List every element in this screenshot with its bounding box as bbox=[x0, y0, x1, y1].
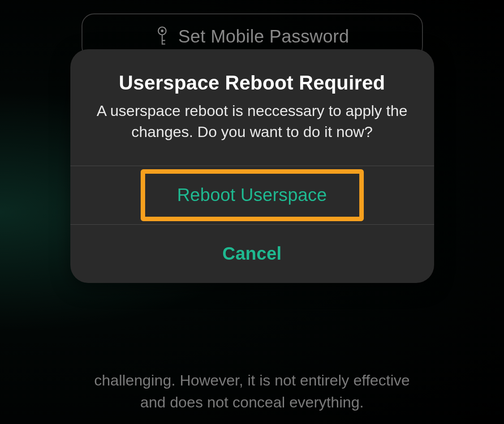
dialog-title: Userspace Reboot Required bbox=[89, 72, 415, 94]
dialog-message: A userspace reboot is neccessary to appl… bbox=[89, 100, 415, 142]
cancel-label: Cancel bbox=[222, 244, 281, 264]
cancel-button[interactable]: Cancel bbox=[70, 225, 434, 283]
alert-dialog: Userspace Reboot Required A userspace re… bbox=[70, 49, 434, 283]
dialog-content: Userspace Reboot Required A userspace re… bbox=[70, 49, 434, 166]
reboot-userspace-button[interactable]: Reboot Userspace bbox=[70, 166, 434, 224]
dialog-backdrop: Userspace Reboot Required A userspace re… bbox=[0, 0, 504, 424]
reboot-userspace-label: Reboot Userspace bbox=[177, 185, 327, 205]
